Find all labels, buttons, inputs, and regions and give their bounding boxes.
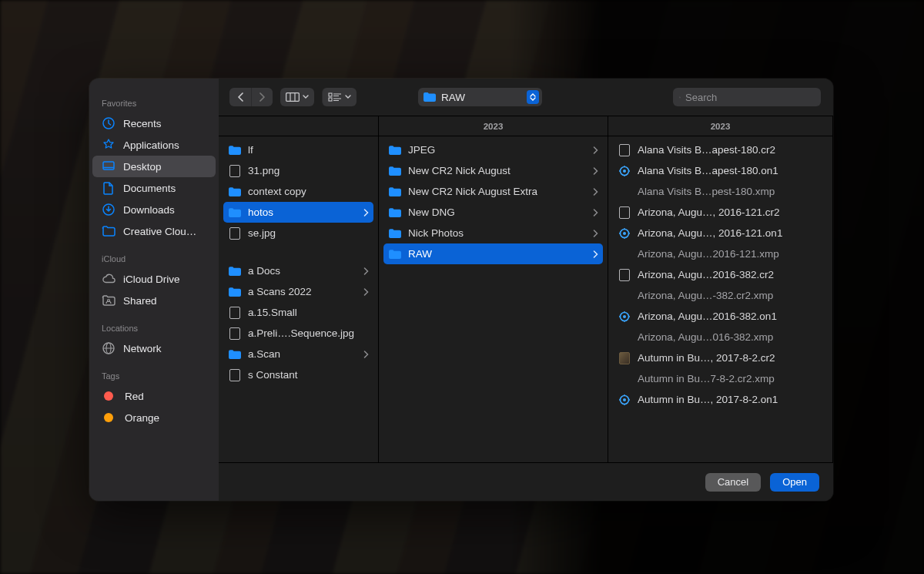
folder-icon: [102, 224, 116, 238]
file-column: 2023JPEGNew CR2 Nick AugustNew CR2 Nick …: [379, 116, 608, 462]
chevron-down-icon: [303, 95, 309, 99]
file-name: Arizona, Augu…016-382.xmp: [638, 331, 823, 343]
file-row[interactable]: Arizona, Augu…, 2016-121.on1: [613, 223, 828, 243]
folder-row[interactable]: New DNG: [383, 202, 603, 223]
svg-point-20: [623, 170, 626, 173]
shared-icon: [102, 294, 116, 307]
folder-row[interactable]: Nick Photos: [383, 223, 603, 243]
file-row[interactable]: Arizona, Augu…2016-382.cr2: [613, 264, 828, 285]
column-body[interactable]: JPEGNew CR2 Nick AugustNew CR2 Nick Augu…: [379, 136, 608, 462]
sidebar-item[interactable]: Orange: [92, 407, 216, 428]
open-file-dialog: FavoritesRecentsApplicationsDesktopDocum…: [89, 79, 833, 501]
sidebar-item[interactable]: Shared: [92, 290, 216, 311]
file-icon: [228, 327, 242, 340]
folder-icon: [388, 165, 402, 177]
file-row[interactable]: Arizona, Augu…-382.cr2.xmp: [613, 285, 828, 306]
sidebar-item[interactable]: Downloads: [92, 199, 216, 220]
file-name: Arizona, Augu…, 2016-121.on1: [638, 227, 823, 239]
tag-dot-icon: [104, 391, 113, 401]
file-row[interactable]: Arizona, Augu…016-382.xmp: [613, 327, 828, 347]
columns-icon: [286, 92, 300, 102]
sidebar-item[interactable]: Applications: [92, 134, 216, 156]
search-field[interactable]: [673, 88, 821, 106]
file-row[interactable]: a.15.Small: [223, 302, 373, 323]
file-icon: [228, 165, 242, 177]
svg-rect-11: [329, 93, 332, 96]
chevron-right-icon: [593, 230, 598, 237]
folder-row[interactable]: context copy: [223, 181, 373, 202]
toolbar: RAW: [219, 79, 833, 116]
photo-icon: [618, 352, 631, 364]
folder-row[interactable]: New CR2 Nick August: [383, 160, 603, 181]
file-name: a.Scan: [248, 348, 357, 360]
sidebar-item-label: Red: [125, 391, 144, 402]
file-name: JPEG: [408, 144, 587, 156]
file-icon: [228, 307, 242, 319]
desktop-icon: [102, 159, 116, 173]
sidebar-item-label: Applications: [123, 139, 179, 151]
folder-row[interactable]: a Docs: [223, 260, 373, 281]
folder-row[interactable]: JPEG: [383, 139, 603, 160]
globe-icon: [102, 341, 116, 355]
chevron-right-icon: [593, 188, 598, 196]
column-header: [219, 116, 378, 136]
file-row[interactable]: Arizona, Augu…2016-121.xmp: [613, 243, 828, 264]
column-body[interactable]: lf31.png context copyhotosse.jpga Docsa …: [219, 136, 378, 462]
folder-row[interactable]: a Scans 2022: [223, 281, 373, 302]
folder-row[interactable]: a.Scan: [223, 344, 373, 364]
sidebar-section-header: Locations: [89, 322, 219, 337]
folder-row[interactable]: RAW: [383, 243, 603, 264]
folder-icon: [388, 144, 402, 156]
sidebar-item[interactable]: Red: [92, 385, 216, 407]
group-by-button[interactable]: [322, 88, 357, 106]
folder-row[interactable]: hotos: [223, 202, 373, 223]
file-name: Autumn in Bu…7-8-2.cr2.xmp: [638, 373, 823, 384]
location-popup[interactable]: RAW: [418, 88, 542, 106]
column-browser: lf31.png context copyhotosse.jpga Docsa …: [219, 116, 833, 462]
file-name: Autumn in Bu…, 2017-8-2.cr2: [638, 352, 823, 364]
file-row[interactable]: Arizona, Augu…, 2016-121.cr2: [613, 202, 828, 223]
file-row[interactable]: se.jpg: [223, 223, 373, 243]
file-row[interactable]: a.Preli….Sequence.jpg: [223, 323, 373, 344]
file-name: a Docs: [248, 265, 357, 277]
app-icon: [102, 138, 116, 152]
sidebar-item[interactable]: iCloud Drive: [92, 268, 216, 290]
sidebar-item[interactable]: Recents: [92, 112, 216, 134]
file-icon: [618, 269, 631, 281]
svg-point-22: [623, 232, 626, 235]
sidebar-item[interactable]: Desktop: [92, 156, 216, 177]
file-name: 31.png: [248, 165, 369, 176]
file-row[interactable]: Alana Visits B…pest-180.xmp: [613, 181, 828, 202]
back-button[interactable]: [229, 88, 251, 106]
sidebar-item[interactable]: Network: [92, 337, 216, 359]
search-input[interactable]: [685, 92, 815, 103]
file-row[interactable]: Autumn in Bu…, 2017-8-2.cr2: [613, 347, 828, 368]
sidebar-item[interactable]: Documents: [92, 177, 216, 199]
file-icon: [618, 144, 631, 156]
file-row[interactable]: Autumn in Bu…, 2017-8-2.on1: [613, 389, 828, 410]
chevron-right-icon: [259, 92, 266, 102]
cloud-icon: [102, 272, 116, 286]
chevron-right-icon: [593, 250, 598, 258]
file-row[interactable]: Alana Visits B…apest-180.on1: [613, 160, 828, 181]
file-name: Arizona, Augu…2016-121.xmp: [638, 248, 823, 260]
file-row[interactable]: Arizona, Augu…2016-382.on1: [613, 306, 828, 327]
file-name: se.jpg: [248, 227, 369, 239]
folder-row[interactable]: lf: [223, 139, 373, 160]
open-button[interactable]: Open: [770, 473, 819, 492]
file-name: Arizona, Augu…, 2016-121.cr2: [638, 206, 823, 218]
file-row[interactable]: Alana Visits B…apest-180.cr2: [613, 139, 828, 160]
folder-row[interactable]: New CR2 Nick August Extra: [383, 181, 603, 202]
column-body[interactable]: Alana Visits B…apest-180.cr2Alana Visits…: [608, 136, 832, 462]
cancel-button[interactable]: Cancel: [705, 473, 761, 492]
sidebar-item[interactable]: Creative Clou…: [92, 220, 216, 242]
view-columns-button[interactable]: [280, 88, 314, 106]
file-row[interactable]: s Constant: [223, 364, 373, 385]
sidebar-section-header: Favorites: [89, 97, 219, 112]
file-row[interactable]: 31.png: [223, 160, 373, 181]
on1-icon: [618, 227, 631, 240]
file-name: New CR2 Nick August: [408, 165, 587, 176]
file-row[interactable]: Autumn in Bu…7-8-2.cr2.xmp: [613, 368, 828, 389]
forward-button[interactable]: [251, 88, 273, 106]
folder-icon: [388, 206, 402, 219]
